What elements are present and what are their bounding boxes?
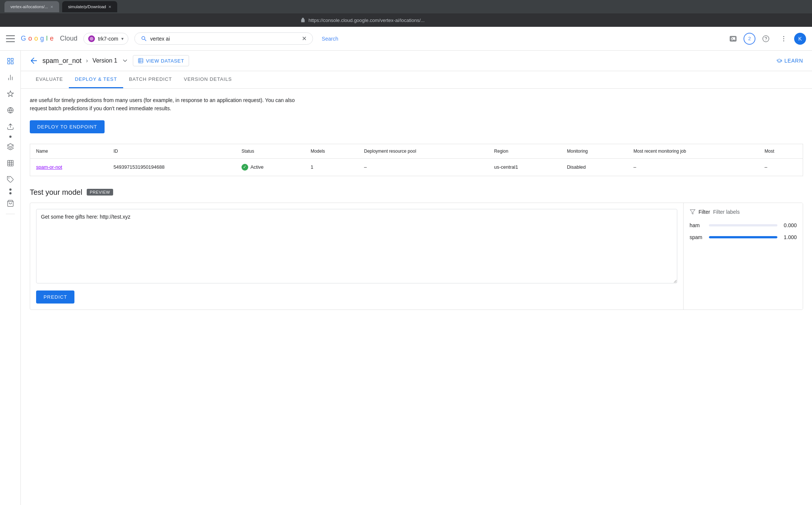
- breadcrumb-separator: ›: [86, 57, 88, 64]
- test-model-title: Test your model: [30, 188, 82, 197]
- tab1-label: vertex-ai/locations/...: [10, 4, 48, 9]
- clear-search-icon[interactable]: ✕: [302, 35, 307, 42]
- browser-tab-1[interactable]: vertex-ai/locations/... ✕: [4, 1, 59, 12]
- sidebar-icon-grid[interactable]: [3, 54, 18, 69]
- test-input-section: Get some free gifts here: http://test.xy…: [30, 203, 684, 309]
- sidebar-dot-2: [9, 188, 12, 191]
- table-icon: [7, 159, 14, 167]
- sidebar-dot-1: [9, 136, 12, 138]
- result-row-ham: ham 0.000: [690, 222, 797, 228]
- main-content: are useful for timely predictions from m…: [21, 89, 812, 505]
- tabs-bar: EVALUATE DEPLOY & TEST BATCH PREDICT VER…: [21, 71, 812, 89]
- cell-name: spam-or-not: [30, 158, 108, 176]
- status-text: Active: [250, 164, 263, 170]
- svg-point-6: [8, 178, 9, 179]
- col-header-pool: Deployment resource pool: [358, 144, 488, 158]
- sidebar-icon-chart[interactable]: [3, 70, 18, 85]
- sidebar-expand-btn[interactable]: [3, 501, 18, 505]
- tab-deploy-test[interactable]: DEPLOY & TEST: [69, 71, 123, 88]
- gcloud-header: Google Cloud trk7-com ▾ ✕ Search 2: [0, 27, 812, 51]
- search-button[interactable]: Search: [319, 34, 341, 44]
- tab-evaluate[interactable]: EVALUATE: [30, 71, 69, 88]
- test-panel: Get some free gifts here: http://test.xy…: [30, 203, 803, 310]
- tab1-close-icon[interactable]: ✕: [50, 5, 53, 9]
- hamburger-menu[interactable]: [6, 34, 15, 43]
- browser-tab-2[interactable]: simulate/p/Download ✕: [62, 1, 117, 12]
- tab2-close-icon[interactable]: ✕: [108, 5, 111, 9]
- cell-status: ✓ Active: [236, 158, 305, 176]
- svg-point-3: [783, 40, 784, 41]
- tab-version-details[interactable]: VERSION DETAILS: [178, 71, 238, 88]
- view-dataset-label: VIEW DATASET: [146, 58, 184, 64]
- cell-pool: –: [358, 158, 488, 176]
- col-header-monitoring: Monitoring: [561, 144, 627, 158]
- sidebar-icon-upload[interactable]: [3, 119, 18, 134]
- help-icon-btn[interactable]: [758, 31, 773, 46]
- browser-chrome: vertex-ai/locations/... ✕ simulate/p/Dow…: [0, 0, 812, 13]
- sidebar-icon-layers[interactable]: [3, 139, 18, 154]
- view-dataset-button[interactable]: VIEW DATASET: [133, 55, 189, 66]
- test-input-textarea[interactable]: Get some free gifts here: http://test.xy…: [36, 209, 677, 283]
- logo-g: G: [21, 35, 26, 42]
- cell-monitoring: Disabled: [561, 158, 627, 176]
- sidebar-icon-table[interactable]: [3, 156, 18, 171]
- svg-point-1: [783, 36, 784, 37]
- shopping-cart-icon: [7, 200, 14, 207]
- cell-recent-job: –: [627, 158, 758, 176]
- result-value-ham: 0.000: [782, 222, 797, 228]
- sidebar: [0, 51, 21, 505]
- preview-badge: PREVIEW: [87, 189, 113, 196]
- search-bar[interactable]: ✕: [134, 32, 313, 45]
- search-input[interactable]: [150, 36, 299, 42]
- deploy-to-endpoint-button[interactable]: DEPLOY TO ENDPOINT: [30, 120, 105, 133]
- sidebar-dot-3: [9, 192, 12, 194]
- sidebar-divider: [6, 214, 15, 214]
- project-selector[interactable]: trk7-com ▾: [83, 33, 128, 45]
- avatar[interactable]: K: [794, 33, 806, 45]
- search-icon: [141, 35, 147, 42]
- col-header-recent-job: Most recent monitoring job: [627, 144, 758, 158]
- more-vert-icon: [780, 35, 787, 42]
- url-input-wrapper[interactable]: https://console.cloud.google.com/vertex-…: [294, 14, 518, 26]
- filter-icon: [690, 209, 696, 215]
- url-bar: https://console.cloud.google.com/vertex-…: [0, 13, 812, 27]
- tab-batch-predict[interactable]: BATCH PREDICT: [123, 71, 178, 88]
- logo-g2: g: [40, 35, 44, 42]
- dropdown-chevron-icon: [122, 57, 128, 64]
- filter-labels-text: Filter labels: [713, 209, 740, 215]
- project-name: trk7-com: [98, 36, 118, 42]
- endpoint-link[interactable]: spam-or-not: [36, 164, 62, 170]
- logo-e: e: [50, 35, 54, 42]
- upload-icon: [7, 123, 14, 130]
- filter-label: Filter: [698, 209, 710, 215]
- result-bar-spam: [709, 236, 777, 238]
- content-area: spam_or_not › Version 1 VIEW DATASET: [21, 51, 812, 505]
- table-row: spam-or-not 5493971531950194688 ✓ Active…: [30, 158, 803, 176]
- result-bar-container-ham: [709, 224, 777, 226]
- col-header-models: Models: [305, 144, 358, 158]
- result-label-ham: ham: [690, 222, 704, 228]
- lock-icon: [300, 18, 306, 23]
- terminal-icon-btn[interactable]: [726, 31, 741, 46]
- sidebar-icon-sparkle[interactable]: [3, 86, 18, 101]
- sidebar-icon-tag[interactable]: [3, 172, 18, 187]
- cell-models: 1: [305, 158, 358, 176]
- back-button[interactable]: [30, 57, 38, 65]
- predict-button[interactable]: PREDICT: [36, 290, 74, 304]
- test-model-header: Test your model PREVIEW: [30, 188, 803, 197]
- project-dot: [88, 35, 95, 42]
- tag-icon: [7, 176, 14, 183]
- help-icon: [762, 35, 770, 42]
- version-dropdown-btn[interactable]: [122, 57, 128, 64]
- more-icon-btn[interactable]: [776, 31, 791, 46]
- sidebar-icon-globe[interactable]: [3, 103, 18, 118]
- sidebar-icon-cart[interactable]: [3, 196, 18, 211]
- col-header-region: Region: [488, 144, 561, 158]
- svg-point-2: [783, 38, 784, 39]
- learn-button[interactable]: LEARN: [776, 58, 803, 64]
- status-check-icon: ✓: [242, 164, 248, 171]
- notification-badge[interactable]: 2: [744, 33, 755, 45]
- chevron-down-icon: ▾: [121, 36, 124, 41]
- endpoint-table: Name ID Status Models Deployment resourc…: [30, 144, 803, 176]
- description-text: are useful for timely predictions from m…: [30, 96, 298, 113]
